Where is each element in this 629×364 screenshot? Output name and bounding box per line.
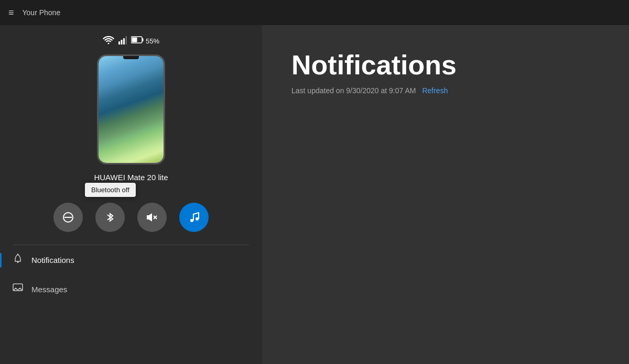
do-not-disturb-button[interactable] [53,203,83,232]
sidebar-item-messages[interactable]: Messages [0,275,262,304]
bluetooth-tooltip: Bluetooth off [85,183,136,197]
app-title: Your Phone [23,8,61,17]
notifications-label: Notifications [31,256,74,264]
nav-items: Notifications Messages [0,245,262,304]
music-button[interactable] [179,203,209,232]
svg-rect-4 [125,36,127,45]
status-bar: 55% [103,36,159,46]
main-layout: 55% HUAWEI Mate 20 lite Bluetooth off [0,25,629,364]
battery-container: 55% [131,36,159,46]
last-updated-bar: Last updated on 9/30/2020 at 9:07 AM Ref… [291,86,600,95]
refresh-link[interactable]: Refresh [422,86,448,95]
notifications-heading: Notifications [291,50,600,80]
device-name: HUAWEI Mate 20 lite [94,173,168,182]
svg-rect-6 [142,38,144,41]
last-updated-text: Last updated on 9/30/2020 at 9:07 AM [291,86,416,95]
battery-icon [131,36,144,46]
svg-rect-7 [132,38,137,42]
svg-rect-1 [118,41,120,45]
svg-point-0 [107,43,109,45]
control-buttons: Bluetooth off [53,203,209,232]
svg-rect-2 [121,40,122,45]
svg-rect-15 [17,261,19,263]
bluetooth-button[interactable] [95,203,125,232]
signal-icon [118,36,127,46]
notifications-icon [13,253,23,267]
wifi-icon [103,36,114,46]
svg-marker-10 [147,213,152,222]
sidebar-item-notifications[interactable]: Notifications [0,245,262,275]
messages-icon [13,283,23,295]
battery-percentage: 55% [146,37,159,45]
sidebar: 55% HUAWEI Mate 20 lite Bluetooth off [0,25,262,364]
phone-frame [97,54,165,164]
title-bar: ≡ Your Phone [0,0,629,25]
phone-notch [123,56,139,59]
mute-button[interactable] [137,203,167,232]
content-area: Notifications Last updated on 9/30/2020 … [262,25,629,364]
phone-screen [99,56,164,163]
svg-rect-3 [123,38,125,45]
hamburger-menu-icon[interactable]: ≡ [8,7,14,18]
phone-wrapper [97,54,165,164]
messages-label: Messages [31,285,67,294]
